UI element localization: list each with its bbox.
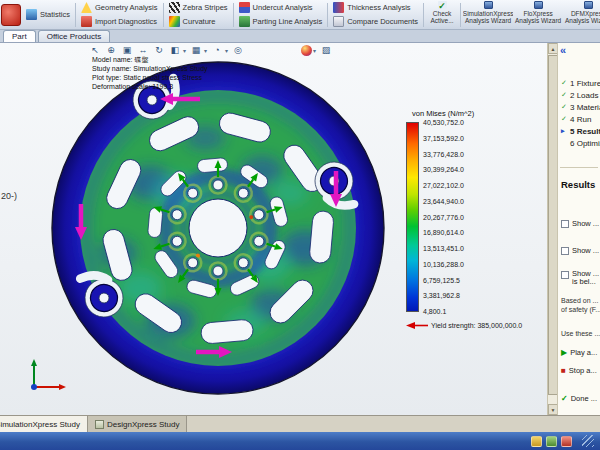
- use-settings-link[interactable]: Use these ...: [561, 330, 600, 339]
- toolbar-separator: [423, 3, 424, 27]
- geometry-analysis-label: Geometry Analysis: [95, 3, 158, 12]
- resize-grip[interactable]: [582, 435, 594, 447]
- graphics-viewport[interactable]: ↖ ⊕ ▣ ↔ ↻ ◧ ▾ ▦ ▾ ◔ ▾ ◎ ▾ ▨ Model name: …: [0, 43, 547, 415]
- toolbar-separator: [233, 3, 234, 27]
- toolbar-separator: [163, 3, 164, 27]
- tab-office-products-label: Office Products: [47, 32, 102, 41]
- step-run[interactable]: ✓4 Run: [561, 113, 600, 125]
- legend-value: 10,136,288.0: [423, 261, 464, 268]
- zebra-stripes-icon: [169, 2, 180, 13]
- dropdown-caret-icon[interactable]: ▾: [225, 47, 228, 54]
- plot-annotation: Model name: 碟盤 Study name: SimulationXpr…: [92, 55, 208, 91]
- stop-icon: ■: [561, 366, 566, 375]
- floxpress-wizard-icon: [534, 1, 543, 9]
- study-name-text: Study name: SimulationXpress Study: [92, 64, 208, 73]
- tab-office-products[interactable]: Office Products: [38, 30, 111, 42]
- dropdown-caret-icon[interactable]: ▾: [204, 47, 207, 54]
- curvature-button[interactable]: Curvature: [166, 15, 231, 29]
- undercut-analysis-icon: [239, 2, 250, 13]
- study-tab-icon: [95, 420, 104, 429]
- step-materials[interactable]: ✓3 Materials: [561, 101, 600, 113]
- solidworks-window: Statistics Geometry Analysis Import Diag…: [0, 0, 600, 450]
- study-tab-label: DesignXpress Study: [107, 420, 179, 429]
- stop-animation-button[interactable]: ■ Stop a...: [561, 366, 597, 375]
- step-label: 4 Run: [570, 115, 591, 124]
- play-icon: ▶: [561, 348, 567, 357]
- geometry-analysis-button[interactable]: Geometry Analysis: [78, 1, 161, 15]
- step-label: 6 Optimize: [570, 139, 600, 148]
- show-displacement-option[interactable]: Show ...: [561, 246, 599, 255]
- zebra-stripes-button[interactable]: Zebra Stripes: [166, 1, 231, 15]
- commandmanager-tabbar: Part Office Products: [0, 30, 600, 43]
- feature-tree-item[interactable]: 20-): [1, 191, 17, 201]
- results-section-title: Results: [561, 179, 595, 190]
- hide-show-items-icon[interactable]: ◎: [231, 44, 245, 57]
- legend-tick-labels: 40,530,752.0 37,153,592.0 33,776,428.0 3…: [423, 119, 464, 315]
- checkbox-icon[interactable]: [561, 271, 569, 279]
- collapse-pane-icon[interactable]: «: [560, 44, 566, 56]
- legend-title: von Mises (N/m^2): [412, 109, 524, 118]
- legend-value: 30,399,264.0: [423, 166, 464, 173]
- yield-arrow-icon: [406, 321, 428, 330]
- model-name-text: Model name: 碟盤: [92, 55, 208, 64]
- legend-value: 33,776,428.0: [423, 151, 464, 158]
- curvature-label: Curvature: [183, 17, 216, 26]
- parting-line-analysis-button[interactable]: Parting Line Analysis: [236, 15, 326, 29]
- floxpress-wizard-button[interactable]: FloXpress Analysis Wizard: [513, 0, 563, 30]
- status-icon-2[interactable]: [546, 436, 557, 447]
- status-icon-3[interactable]: [561, 436, 572, 447]
- dfmxpress-wizard-button[interactable]: DFMXpress Analysis Wizard: [563, 0, 600, 30]
- tab-designxpress-study[interactable]: DesignXpress Study: [88, 416, 187, 432]
- status-icon-1[interactable]: [531, 436, 542, 447]
- summary-text-line1: Based on ...: [561, 297, 598, 306]
- play-animation-button[interactable]: ▶ Play a...: [561, 348, 597, 357]
- step-done-icon: ✓: [561, 79, 568, 87]
- step-results[interactable]: ▸5 Results: [561, 125, 600, 137]
- compare-documents-button[interactable]: Compare Documents: [330, 15, 421, 29]
- pane-divider: [560, 167, 598, 168]
- compare-documents-icon: [333, 16, 344, 27]
- scene-icon[interactable]: ▨: [319, 44, 333, 57]
- simulationxpress-wizard-icon: [484, 1, 493, 9]
- checkbox-icon[interactable]: [561, 220, 569, 228]
- show-fos-option[interactable]: Show ... is bel...: [561, 270, 600, 286]
- play-label: Play a...: [570, 348, 597, 357]
- step-optimize[interactable]: 6 Optimize: [561, 137, 600, 149]
- orientation-triad: [22, 355, 68, 399]
- legend-value: 3,381,962.8: [423, 292, 464, 299]
- step-label: 2 Loads: [570, 91, 598, 100]
- import-diagnostics-button[interactable]: Import Diagnostics: [78, 15, 161, 29]
- done-button[interactable]: ✓ Done ...: [561, 394, 597, 403]
- simulationxpress-wizard-button[interactable]: SimulationXpress Analysis Wizard: [463, 0, 513, 30]
- legend-value: 13,513,451.0: [423, 245, 464, 252]
- thickness-analysis-button[interactable]: Thickness Analysis: [330, 1, 421, 15]
- display-style-icon[interactable]: ◔: [210, 44, 224, 57]
- stress-legend: von Mises (N/m^2) 40,530,752.0 37,153,59…: [406, 109, 524, 330]
- legend-value: 20,267,776.0: [423, 214, 464, 221]
- checkbox-icon[interactable]: [561, 247, 569, 255]
- step-fixtures[interactable]: ✓1 Fixtures: [561, 77, 600, 89]
- legend-value: 6,759,125.5: [423, 277, 464, 284]
- toolbar-separator: [75, 3, 76, 27]
- show-stress-option[interactable]: Show ...: [561, 219, 599, 228]
- undercut-analysis-button[interactable]: Undercut Analysis: [236, 1, 326, 15]
- wizard-steps: ✓1 Fixtures ✓2 Loads ✓3 Materials ✓4 Run…: [561, 77, 600, 149]
- option-label: Show ...: [572, 246, 599, 255]
- study-tab-label: SimulationXpress Study: [0, 420, 80, 429]
- step-loads[interactable]: ✓2 Loads: [561, 89, 600, 101]
- simulationxpress-task-pane: « ✓1 Fixtures ✓2 Loads ✓3 Materials ✓4 R…: [557, 43, 600, 415]
- cropped-toolbar-icon[interactable]: [1, 4, 21, 26]
- tab-simulationxpress-study[interactable]: SimulationXpress Study: [0, 416, 88, 432]
- taskpane-scrollbar[interactable]: ▲ ▼: [547, 43, 557, 415]
- deformation-scale-text: Deformation scale: 1199.3: [92, 82, 208, 91]
- appearances-icon[interactable]: [301, 45, 312, 56]
- dropdown-caret-icon[interactable]: ▾: [183, 47, 186, 54]
- tab-part[interactable]: Part: [3, 30, 36, 42]
- check-active-label: Check Active...: [426, 10, 458, 24]
- evaluate-toolbar: Statistics Geometry Analysis Import Diag…: [0, 0, 600, 30]
- check-active-button[interactable]: ✓ Check Active...: [426, 0, 458, 30]
- parting-line-analysis-label: Parting Line Analysis: [253, 17, 323, 26]
- dropdown-caret-icon[interactable]: ▾: [313, 47, 316, 54]
- statistics-button[interactable]: Statistics: [23, 8, 73, 22]
- dfmxpress-wizard-label: DFMXpress Analysis Wizard: [563, 10, 600, 24]
